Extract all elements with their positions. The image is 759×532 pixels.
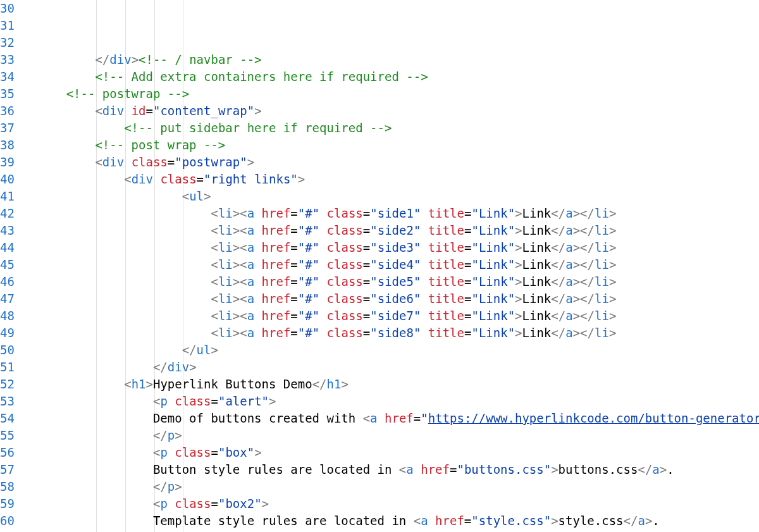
token-val: "Link" bbox=[471, 223, 515, 237]
token-attr: title bbox=[428, 240, 464, 254]
token-punct: > bbox=[175, 428, 182, 442]
token-tag: a bbox=[565, 275, 572, 288]
token-punct: > bbox=[233, 326, 240, 340]
token-punct: > bbox=[146, 377, 153, 391]
token-eq: = bbox=[363, 309, 370, 323]
token-punct: </ bbox=[580, 257, 595, 271]
token-punct: < bbox=[211, 292, 218, 306]
code-line[interactable]: <div id="content_wrap"> bbox=[37, 102, 759, 120]
token-attr: class bbox=[327, 223, 363, 237]
token-punct: > bbox=[262, 497, 269, 510]
token-tag: a bbox=[406, 462, 413, 476]
token-punct: < bbox=[240, 223, 247, 237]
code-line[interactable]: <li><a href="#" class="side3" title="Lin… bbox=[37, 239, 759, 256]
code-line[interactable]: <li><a href="#" class="side6" title="Lin… bbox=[37, 290, 759, 307]
code-line[interactable]: <div class="right links"> bbox=[37, 171, 759, 188]
token-eq: = bbox=[363, 292, 370, 306]
token-tag: li bbox=[595, 275, 609, 288]
token-punct: > bbox=[573, 240, 580, 254]
token-eq: = bbox=[290, 257, 297, 271]
code-line[interactable]: <h1>Hyperlink Buttons Demo</h1> bbox=[37, 376, 759, 393]
line-number: 49 bbox=[0, 325, 15, 342]
code-line[interactable]: <li><a href="#" class="side5" title="Lin… bbox=[37, 273, 759, 290]
token-punct: </ bbox=[551, 223, 565, 237]
code-line[interactable]: </ul> bbox=[37, 342, 759, 359]
token-eq: = bbox=[363, 275, 370, 288]
token-txt bbox=[421, 309, 428, 323]
code-line[interactable]: <!-- Add extra containers here if requir… bbox=[37, 68, 759, 85]
token-txt bbox=[254, 257, 261, 271]
code-line[interactable]: </p> bbox=[37, 478, 759, 495]
token-val: "content_wrap" bbox=[153, 104, 254, 118]
token-txt bbox=[319, 223, 326, 237]
code-line[interactable]: Button style rules are located in <a hre… bbox=[37, 461, 759, 478]
token-val: "Link" bbox=[471, 292, 515, 306]
token-attr: class bbox=[327, 326, 363, 340]
code-editor[interactable]: 3031323334353637383940414243444546474849… bbox=[0, 0, 759, 532]
line-number: 55 bbox=[0, 427, 15, 444]
token-tag: li bbox=[595, 240, 609, 254]
code-line[interactable]: <div class="postwrap"> bbox=[37, 154, 759, 171]
token-val: "style.css" bbox=[471, 514, 551, 528]
code-line[interactable]: <li><a href="#" class="side4" title="Lin… bbox=[37, 256, 759, 273]
token-punct: </ bbox=[624, 514, 638, 528]
token-attr: class bbox=[327, 309, 363, 323]
token-val: "#" bbox=[298, 275, 319, 288]
token-punct: < bbox=[182, 189, 189, 203]
token-punct: > bbox=[573, 257, 580, 271]
token-attr: class bbox=[327, 257, 363, 271]
token-eq: = bbox=[363, 326, 370, 340]
code-line[interactable]: <ul> bbox=[37, 188, 759, 205]
token-punct: > bbox=[609, 309, 616, 323]
token-attr: href bbox=[385, 411, 414, 425]
token-val: "#" bbox=[298, 240, 319, 254]
token-eq: = bbox=[363, 240, 370, 254]
code-line[interactable]: <li><a href="#" class="side8" title="Lin… bbox=[37, 325, 759, 342]
token-tag: li bbox=[595, 223, 609, 237]
code-line[interactable]: <p class="box2"> bbox=[37, 495, 759, 512]
token-eq: = bbox=[414, 411, 421, 425]
token-attr: title bbox=[428, 257, 464, 271]
code-line[interactable]: <li><a href="#" class="side7" title="Lin… bbox=[37, 307, 759, 325]
token-txt: Link bbox=[522, 240, 552, 254]
code-line[interactable]: <!-- post wrap --> bbox=[37, 137, 759, 154]
token-punct: < bbox=[240, 326, 247, 340]
token-punct: > bbox=[247, 155, 254, 169]
token-val: " bbox=[421, 411, 428, 425]
token-val: "side4" bbox=[370, 257, 421, 271]
token-tag: div bbox=[168, 360, 189, 374]
code-line[interactable]: </p> bbox=[37, 529, 759, 532]
token-tag: p bbox=[160, 394, 167, 408]
code-line[interactable]: </div> bbox=[37, 359, 759, 376]
code-line[interactable]: Demo of buttons created with <a href="ht… bbox=[37, 410, 759, 427]
code-line[interactable]: </p> bbox=[37, 427, 759, 444]
token-attr: title bbox=[428, 206, 464, 220]
code-area[interactable]: </div><!-- / navbar --> <!-- Add extra c… bbox=[23, 0, 759, 532]
token-txt: Link bbox=[522, 223, 552, 237]
token-eq: = bbox=[464, 206, 471, 220]
token-punct: < bbox=[124, 377, 131, 391]
code-line[interactable]: <p class="alert"> bbox=[37, 393, 759, 410]
code-line[interactable]: Template style rules are located in <a h… bbox=[37, 512, 759, 529]
token-val: "side7" bbox=[370, 309, 421, 323]
token-txt bbox=[421, 292, 428, 306]
code-line[interactable]: <li><a href="#" class="side1" title="Lin… bbox=[37, 205, 759, 222]
token-punct: > bbox=[515, 206, 522, 220]
token-val: "#" bbox=[298, 257, 319, 271]
code-line[interactable]: <li><a href="#" class="side2" title="Lin… bbox=[37, 222, 759, 239]
token-val: "box2" bbox=[218, 497, 262, 510]
token-attr: href bbox=[262, 257, 291, 271]
code-line[interactable]: <!-- put sidebar here if required --> bbox=[37, 120, 759, 137]
code-line[interactable]: <p class="box"> bbox=[37, 444, 759, 461]
token-txt bbox=[254, 326, 261, 340]
token-punct: </ bbox=[551, 206, 565, 220]
code-line[interactable]: <!-- postwrap --> bbox=[37, 85, 759, 102]
token-eq: = bbox=[290, 240, 297, 254]
token-tag: a bbox=[565, 309, 572, 323]
token-txt bbox=[254, 223, 261, 237]
token-eq: = bbox=[464, 257, 471, 271]
token-eq: = bbox=[290, 275, 297, 288]
token-attr: href bbox=[435, 514, 464, 528]
code-line[interactable]: </div><!-- / navbar --> bbox=[37, 51, 759, 68]
line-number: 47 bbox=[0, 290, 15, 307]
